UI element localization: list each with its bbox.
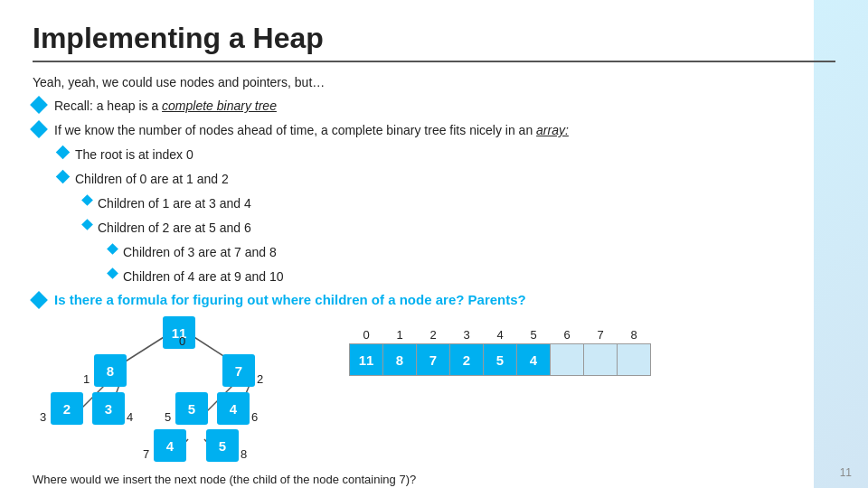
bullet-1-text: Recall: a heap is a complete binary tree	[54, 97, 277, 116]
highlight-bullet-text: Is there a formula for figuring out wher…	[54, 292, 526, 307]
array-cell-4: 5	[483, 343, 517, 376]
array-value-row: 11 8 7 2 5 4	[349, 343, 650, 376]
array-cell-7	[583, 343, 618, 376]
sub-bullet-children-0: Children of 0 are at 1 and 2	[58, 170, 835, 189]
tree-node-2: 7	[222, 354, 255, 387]
tree-node-7: 4	[154, 429, 186, 462]
highlight-bullet: Is there a formula for figuring out wher…	[33, 292, 835, 307]
sub-sub-sub-bullet-children-4-text: Children of 4 are at 9 and 10	[123, 267, 283, 286]
intro-text: Yeah, yeah, we could use nodes and point…	[33, 75, 835, 89]
array-idx-0: 0	[349, 325, 383, 343]
tree-node-2-label: 2	[257, 372, 263, 386]
tree-node-1: 8	[94, 354, 127, 387]
sub-sub-bullet-children-2-icon	[81, 219, 93, 230]
array-idx-5: 5	[516, 325, 551, 343]
array-idx-3: 3	[449, 325, 484, 343]
highlight-bullet-icon	[30, 291, 48, 309]
tree-diagram: 11 0 8 1 7 2 2 3 3 4 5 5 4 6	[33, 316, 313, 465]
array-section: 0 1 2 3 4 5 6 7 8 11 8 7 2 5 4	[349, 325, 650, 376]
array-idx-7: 7	[583, 325, 618, 343]
sub-sub-bullet-children-1-icon	[81, 194, 93, 206]
array-cell-2: 7	[416, 343, 450, 376]
tree-node-5: 5	[175, 392, 208, 425]
sub-sub-bullets-0: Children of 1 are at 3 and 4 Children of…	[83, 194, 835, 286]
sub-bullet-root-text: The root is at index 0	[75, 145, 193, 164]
array-cell-1: 8	[382, 343, 417, 376]
sub-sub-bullet-children-1-text: Children of 1 are at 3 and 4	[98, 194, 251, 213]
array-idx-6: 6	[550, 325, 584, 343]
sub-bullet-children-0-text: Children of 0 are at 1 and 2	[75, 170, 229, 189]
tree-node-8: 5	[206, 429, 239, 462]
array-cell-8	[617, 343, 651, 376]
tree-node-6-label: 6	[251, 410, 258, 424]
bullet-2-text: If we know the number of nodes ahead of …	[54, 121, 569, 140]
sub-bullets-2: The root is at index 0 Children of 0 are…	[58, 145, 835, 286]
tree-node-4: 3	[92, 392, 125, 425]
array-cell-0: 11	[349, 343, 383, 376]
diagram-area: 11 0 8 1 7 2 2 3 3 4 5 5 4 6	[33, 316, 835, 465]
array-cell-3: 2	[449, 343, 484, 376]
bullet-2: If we know the number of nodes ahead of …	[33, 121, 835, 140]
tree-node-4-label: 4	[127, 410, 133, 424]
page-number: 11	[840, 466, 852, 479]
tree-node-5-label: 5	[165, 410, 171, 424]
sub-sub-sub-bullet-children-3: Children of 3 are at 7 and 8	[108, 243, 835, 262]
array-idx-1: 1	[382, 325, 417, 343]
bottom-text: Where would we insert the next node (the…	[33, 473, 835, 486]
slide-title: Implementing a Heap	[33, 22, 835, 62]
tree-node-3: 2	[51, 392, 83, 425]
array-idx-8: 8	[617, 325, 651, 343]
tree-node-7-label: 7	[143, 447, 149, 461]
bullet-2-icon	[30, 120, 48, 138]
tree-node-1-label: 1	[83, 372, 90, 386]
sub-sub-sub-bullet-children-4-icon	[107, 267, 118, 279]
array-cell-6	[550, 343, 584, 376]
bullet-1-icon	[30, 96, 48, 114]
sub-sub-bullet-children-1: Children of 1 are at 3 and 4	[83, 194, 835, 213]
sub-sub-bullet-children-2-text: Children of 2 are at 5 and 6	[98, 219, 251, 238]
tree-node-8-label: 8	[241, 447, 247, 461]
bullet-1: Recall: a heap is a complete binary tree	[33, 97, 835, 116]
sub-sub-sub-bullet-children-3-text: Children of 3 are at 7 and 8	[123, 243, 277, 262]
array-cell-5: 4	[516, 343, 551, 376]
array-idx-2: 2	[416, 325, 450, 343]
sub-bullet-children-0-icon	[56, 170, 71, 184]
sub-sub-sub-bullet-children-4: Children of 4 are at 9 and 10	[108, 267, 835, 286]
tree-node-root-label: 0	[179, 334, 185, 348]
sub-sub-bullet-children-2: Children of 2 are at 5 and 6	[83, 219, 835, 238]
sub-sub-sub-bullet-children-3-icon	[107, 243, 118, 255]
tree-node-6: 4	[217, 392, 250, 425]
sub-bullet-root: The root is at index 0	[58, 145, 835, 164]
sub-bullet-root-icon	[56, 145, 71, 160]
sub-sub-sub-bullets: Children of 3 are at 7 and 8 Children of…	[108, 243, 835, 286]
array-index-row: 0 1 2 3 4 5 6 7 8	[349, 325, 650, 343]
array-idx-4: 4	[483, 325, 517, 343]
tree-node-3-label: 3	[40, 410, 46, 424]
